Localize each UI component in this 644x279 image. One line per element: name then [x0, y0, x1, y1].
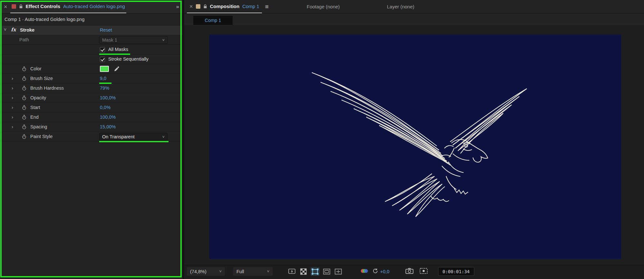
lock-icon[interactable]	[203, 4, 207, 9]
tab-title: Effect Controls	[26, 4, 61, 9]
annotation-underline-paint-style	[99, 141, 168, 142]
effect-controls-tabbar: × Effect Controls Auto-traced Golden log…	[0, 0, 182, 14]
twirl-closed-icon[interactable]: ›	[12, 114, 13, 120]
brush-hardness-row: › Brush Hardness 79%	[0, 84, 182, 93]
show-channel-icon[interactable]	[360, 268, 369, 275]
brush-size-label: Brush Size	[30, 76, 53, 81]
brush-hardness-value[interactable]: 79%	[100, 85, 109, 91]
opacity-value[interactable]: 100,0%	[100, 95, 116, 100]
transparency-grid-icon[interactable]	[299, 267, 308, 276]
composition-canvas[interactable]	[209, 35, 621, 259]
breadcrumb: Comp 1 · Auto-traced Golden logo.png	[0, 14, 182, 25]
tab-footage[interactable]: Footage (none)	[307, 0, 340, 14]
paint-style-label: Paint Style	[30, 134, 53, 139]
twirl-closed-icon[interactable]: ›	[12, 124, 13, 129]
composition-subtab-bar: Comp 1	[184, 14, 644, 25]
annotation-underline-all-masks	[99, 54, 130, 55]
path-row: Path Mask 1 ˅	[0, 35, 182, 45]
stopwatch-icon[interactable]	[22, 66, 26, 71]
eagle-line-art	[209, 35, 621, 259]
reset-link[interactable]: Reset	[100, 27, 112, 33]
chevron-down-icon: ˅	[219, 269, 222, 274]
fast-previews-icon[interactable]	[287, 267, 296, 276]
start-row: › Start 0,0%	[0, 103, 182, 113]
effect-rows: ˅ fx Stroke Reset Path Mask 1 ˅ All Mask…	[0, 25, 182, 142]
panel-overflow-icon[interactable]: »	[176, 4, 178, 10]
tab-layer[interactable]: Layer (none)	[387, 0, 414, 14]
stopwatch-icon[interactable]	[22, 76, 26, 81]
timecode[interactable]: 0:00:01:34	[438, 267, 474, 276]
panel-color-square	[12, 4, 16, 9]
spacing-row: › Spacing 15,00%	[0, 122, 182, 132]
resolution-dropdown[interactable]: Full ˅	[233, 267, 273, 276]
eyedropper-icon[interactable]	[113, 65, 120, 72]
stroke-sequentially-row: Stroke Sequentially	[0, 55, 182, 64]
exposure-value[interactable]: +0,0	[380, 269, 389, 274]
tab-title: Composition	[210, 4, 240, 9]
end-row: › End 100,0%	[0, 113, 182, 122]
stopwatch-icon[interactable]	[22, 105, 26, 110]
color-row: Color	[0, 64, 182, 74]
after-effects-workspace: × Effect Controls Auto-traced Golden log…	[0, 0, 644, 279]
color-swatch[interactable]	[100, 66, 109, 72]
effect-header-row[interactable]: ˅ fx Stroke Reset	[0, 25, 182, 35]
reset-exposure-icon[interactable]	[372, 268, 379, 275]
stopwatch-icon[interactable]	[22, 86, 26, 91]
annotation-underline-brush-size	[99, 83, 111, 84]
path-mask-dropdown[interactable]: Mask 1 ˅	[99, 36, 168, 44]
stroke-sequentially-checkbox[interactable]	[100, 57, 105, 62]
composition-tabbar: × Composition Comp 1 ≡ Footage (none) La…	[184, 0, 644, 14]
mask-visibility-icon[interactable]	[311, 267, 320, 276]
magnification-dropdown[interactable]: (74,8%) ˅	[187, 267, 225, 276]
chevron-down-icon: ˅	[267, 269, 269, 274]
paint-style-value: On Transparent	[102, 134, 135, 139]
magnification-value: (74,8%)	[190, 269, 207, 274]
tab-effect-controls[interactable]: Effect Controls Auto-traced Golden logo.…	[10, 0, 126, 13]
all-masks-row: All Masks	[0, 45, 182, 55]
stopwatch-icon[interactable]	[22, 95, 26, 100]
twirl-open-icon[interactable]: ˅	[4, 27, 6, 32]
opacity-label: Opacity	[30, 95, 46, 100]
paint-style-row: Paint Style On Transparent ˅	[0, 132, 182, 142]
effect-enable-fx-icon[interactable]: fx	[11, 27, 16, 33]
composition-toolbar: (74,8%) ˅ Full ˅	[184, 265, 644, 277]
close-panel-icon[interactable]: ×	[189, 4, 193, 9]
composition-viewport	[184, 25, 644, 265]
close-panel-icon[interactable]: ×	[4, 4, 7, 10]
stopwatch-icon[interactable]	[22, 125, 26, 129]
tab-composition[interactable]: × Composition Comp 1	[187, 0, 262, 13]
effect-controls-panel: × Effect Controls Auto-traced Golden log…	[0, 0, 182, 279]
stroke-sequentially-label: Stroke Sequentially	[108, 56, 149, 62]
grid-guides-icon[interactable]	[334, 267, 343, 276]
effect-name[interactable]: Stroke	[20, 27, 34, 33]
twirl-closed-icon[interactable]: ›	[12, 75, 13, 81]
twirl-closed-icon[interactable]: ›	[12, 85, 13, 91]
snapshot-camera-icon[interactable]	[405, 268, 414, 275]
brush-size-value[interactable]: 9,0	[100, 76, 106, 81]
twirl-closed-icon[interactable]: ›	[12, 95, 13, 100]
title-action-safe-icon[interactable]	[322, 267, 331, 276]
end-value[interactable]: 100,0%	[100, 115, 116, 120]
resolution-value: Full	[236, 269, 244, 274]
stopwatch-icon[interactable]	[22, 115, 26, 120]
path-label: Path	[19, 37, 29, 42]
show-snapshot-icon[interactable]	[419, 268, 428, 275]
panel-color-square	[196, 4, 200, 9]
start-value[interactable]: 0,0%	[100, 105, 111, 110]
stopwatch-icon[interactable]	[22, 134, 26, 139]
paint-style-dropdown[interactable]: On Transparent ˅	[99, 133, 168, 141]
tab-target-comp-name: Comp 1	[242, 4, 259, 9]
spacing-value[interactable]: 15,00%	[100, 124, 116, 129]
brush-hardness-label: Brush Hardness	[30, 85, 64, 91]
start-label: Start	[30, 105, 40, 110]
twirl-closed-icon[interactable]: ›	[12, 105, 13, 110]
lock-icon[interactable]	[19, 4, 23, 9]
chevron-down-icon: ˅	[162, 38, 165, 43]
end-label: End	[30, 115, 39, 120]
composition-panel: × Composition Comp 1 ≡ Footage (none) La…	[184, 0, 644, 279]
comp-selector-tab[interactable]: Comp 1	[193, 16, 233, 25]
chevron-down-icon: ˅	[162, 135, 165, 139]
brush-size-row: › Brush Size 9,0	[0, 74, 182, 84]
all-masks-checkbox[interactable]	[100, 47, 105, 52]
panel-menu-icon[interactable]: ≡	[265, 3, 269, 10]
